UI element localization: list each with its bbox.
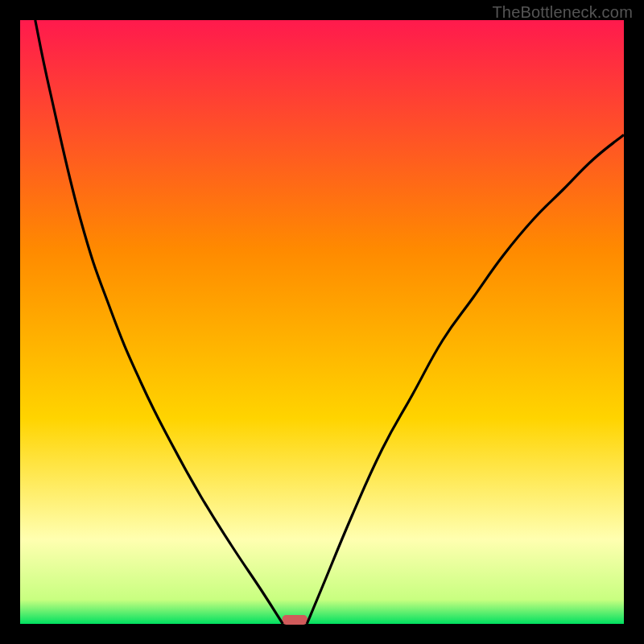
flat-zone-marker (283, 615, 308, 625)
plot-area (20, 20, 624, 624)
bottleneck-chart (0, 0, 644, 644)
watermark-text: TheBottleneck.com (492, 3, 633, 22)
